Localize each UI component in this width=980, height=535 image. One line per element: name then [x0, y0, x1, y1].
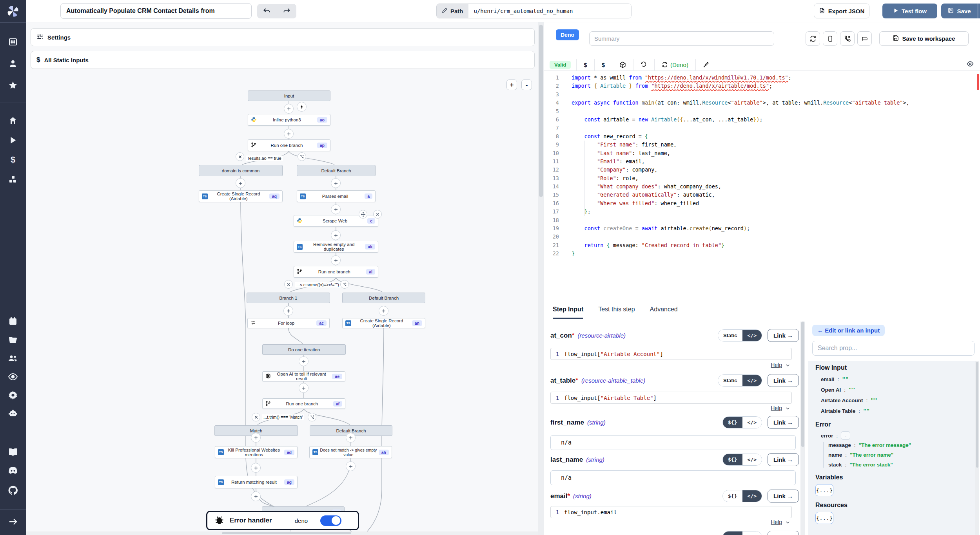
language-badge[interactable]: Deno — [556, 31, 579, 38]
help-link[interactable]: Help — [771, 519, 790, 525]
save-button[interactable]: Save — [941, 4, 978, 18]
resource-picker-icon[interactable]: $ — [595, 61, 612, 68]
add-step-icon[interactable] — [346, 433, 356, 443]
remove-branch-icon[interactable] — [252, 413, 260, 421]
add-step-icon[interactable] — [331, 178, 341, 188]
diff-icon-button[interactable] — [857, 31, 872, 46]
workers-icon[interactable] — [0, 408, 26, 418]
user-icon[interactable] — [0, 59, 26, 68]
move-node-icon[interactable] — [359, 210, 367, 219]
flow-branch-domain-is-common[interactable]: domain is common — [199, 165, 283, 176]
add-step-icon[interactable] — [284, 104, 294, 114]
collapse-button[interactable]: - — [841, 431, 850, 440]
prop-panel-scrollbar[interactable] — [975, 361, 979, 535]
format-brush-icon[interactable] — [696, 61, 716, 68]
flow-node-removes-empty[interactable]: TS Removes empty and duplicates ak — [294, 241, 378, 253]
flow-settings-bar[interactable]: Settings — [31, 28, 535, 46]
field-expr-at_con[interactable]: 1 flow_input["Airtable Account"] — [550, 348, 792, 360]
windmill-logo[interactable] — [0, 5, 26, 18]
static-code-toggle[interactable]: ${}</> — [722, 490, 762, 502]
add-step-icon[interactable] — [331, 204, 341, 214]
prop-row[interactable]: Airtable Table:"" — [821, 408, 975, 414]
webhook-icon-button[interactable] — [840, 31, 855, 46]
variables-object-button[interactable]: {...} — [815, 484, 833, 496]
flow-node-parses-email[interactable]: TS Parses email a — [297, 190, 376, 202]
step-panel-scrollbar[interactable] — [800, 322, 805, 535]
edit-or-link-input-button[interactable]: ← Edit or link an input — [812, 325, 885, 336]
search-prop-input[interactable]: Search prop... — [812, 341, 975, 356]
flow-node-create-record-an[interactable]: TS Create Single Record (Airtable) an — [342, 318, 425, 328]
add-step-icon[interactable] — [331, 255, 341, 265]
all-static-inputs-bar[interactable]: $ All Static Inputs — [31, 51, 535, 69]
flow-node-run-one-branch-2[interactable]: Run one branch al — [294, 266, 378, 278]
flow-node-openai[interactable]: Open AI to tell if relevant result ae — [262, 371, 345, 381]
flow-node-run-one-branch-3[interactable]: Run one branch af — [262, 398, 345, 409]
flow-horizontal-scrollbar[interactable] — [26, 531, 538, 535]
static-code-toggle[interactable]: ${}</> — [722, 416, 762, 428]
error-handler-toggle[interactable] — [320, 515, 341, 526]
code-editor[interactable]: 12345678910111213141516171819202122 impo… — [544, 71, 980, 299]
resources-object-button[interactable]: {...} — [815, 512, 833, 524]
prop-row[interactable]: name:"The error name" — [828, 452, 975, 458]
reload-runtime-icon[interactable]: (Deno) — [655, 61, 695, 68]
error-handler-node[interactable]: Error handler deno — [206, 511, 359, 530]
resources-icon[interactable] — [0, 175, 26, 184]
flow-title-input[interactable]: Automatically Populate CRM Contact Detai… — [60, 3, 252, 19]
flow-node-do-one-iteration[interactable]: Do one iteration — [262, 344, 346, 355]
folders-icon[interactable] — [0, 335, 26, 345]
link-button[interactable]: Link → — [768, 490, 799, 502]
star-icon[interactable] — [0, 81, 26, 90]
undo-icon[interactable] — [263, 7, 271, 16]
assistant-eye-icon[interactable] — [967, 60, 974, 69]
discord-icon[interactable] — [0, 466, 26, 475]
save-dropdown-button[interactable] — [978, 4, 980, 18]
flow-branch-default-1[interactable]: Default Branch — [297, 165, 376, 176]
add-step-icon[interactable] — [251, 433, 261, 443]
add-step-icon[interactable] — [299, 383, 309, 393]
add-step-icon[interactable] — [283, 306, 293, 316]
package-icon[interactable] — [612, 61, 633, 68]
apps-icon[interactable] — [0, 37, 26, 47]
add-step-icon[interactable] — [251, 463, 261, 473]
docs-icon[interactable] — [0, 448, 26, 457]
static-code-toggle[interactable]: ${}</> — [722, 531, 762, 535]
path-button[interactable]: Path — [437, 4, 468, 18]
flow-node-for-loop[interactable]: For loop ac — [247, 318, 330, 328]
prop-row[interactable]: message:"The error message" — [828, 442, 975, 448]
schedules-icon[interactable] — [0, 316, 26, 326]
add-step-icon[interactable] — [379, 306, 388, 316]
settings-icon[interactable] — [0, 390, 26, 399]
link-button[interactable]: Link → — [768, 416, 799, 429]
audit-icon[interactable] — [0, 372, 26, 381]
add-step-icon[interactable] — [284, 129, 294, 139]
field-value-last_name[interactable]: n/a — [550, 470, 796, 485]
summary-input[interactable]: Summary — [589, 31, 774, 46]
prop-row[interactable]: Open AI:"" — [821, 387, 975, 393]
sync-icon-button[interactable] — [806, 31, 820, 46]
delete-node-icon[interactable] — [373, 210, 382, 219]
path-value[interactable]: u/henri/crm_automated_no_human — [468, 4, 631, 18]
variables-icon[interactable]: $ — [0, 155, 26, 165]
prop-row[interactable]: email:"" — [821, 376, 975, 382]
link-button[interactable]: Link → — [768, 453, 799, 466]
home-icon[interactable] — [0, 116, 26, 125]
add-step-icon[interactable] — [346, 461, 356, 471]
flow-vertical-scrollbar[interactable] — [538, 22, 544, 535]
help-link[interactable]: Help — [771, 405, 790, 411]
mobile-view-icon-button[interactable] — [823, 31, 837, 46]
groups-icon[interactable] — [0, 354, 26, 363]
add-step-icon[interactable] — [251, 492, 261, 501]
tab-step-input[interactable]: Step Input — [553, 306, 583, 319]
zoom-in-button[interactable]: + — [506, 80, 517, 90]
add-step-icon[interactable] — [299, 356, 309, 366]
prop-row[interactable]: stack:"The error stack" — [828, 462, 975, 468]
tab-advanced[interactable]: Advanced — [650, 306, 678, 319]
zoom-out-button[interactable]: - — [521, 80, 532, 90]
reset-icon[interactable] — [633, 61, 654, 68]
static-code-toggle[interactable]: Static</> — [718, 374, 762, 387]
field-value-first_name[interactable]: n/a — [550, 435, 796, 450]
static-code-toggle[interactable]: Static</> — [718, 329, 762, 342]
flow-node-run-one-branch-1[interactable]: Run one branch ap — [248, 139, 330, 151]
field-expr-at_table[interactable]: 1 flow_input["Airtable Table"] — [550, 392, 792, 404]
save-to-workspace-button[interactable]: Save to workspace — [879, 31, 969, 46]
